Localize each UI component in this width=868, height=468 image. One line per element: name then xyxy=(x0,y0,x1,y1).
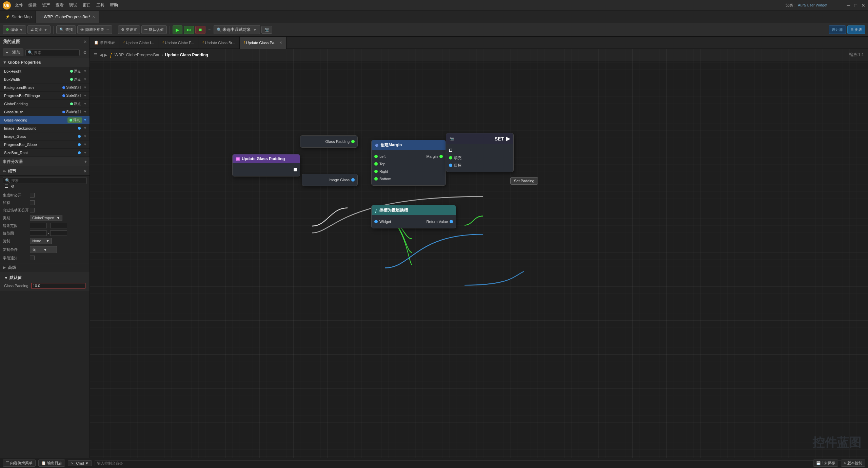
tab-update-glass-br[interactable]: f Update Glass Br... xyxy=(198,37,239,49)
tab-close-icon[interactable]: ✕ xyxy=(279,41,282,44)
pin-glass-padding-out: Glass Padding xyxy=(300,138,357,145)
prop-expand-icon[interactable]: ▼ xyxy=(83,94,87,97)
detail-title: 细节 xyxy=(8,168,16,174)
menu-asset[interactable]: 资产 xyxy=(42,2,50,8)
tab-event-graph[interactable]: 📋 事件图表 xyxy=(90,37,119,49)
value-max-input[interactable] xyxy=(50,230,67,236)
node-glass-padding-get: Glass Padding xyxy=(300,135,358,148)
maximize-btn[interactable]: □ xyxy=(854,3,857,8)
menu-window[interactable]: 窗口 xyxy=(83,2,91,8)
event-dispatch-header: 事件分发器 + xyxy=(0,157,90,167)
prop-expand-icon[interactable]: ▼ xyxy=(83,143,87,146)
prop-row-globepadding[interactable]: GlobePadding 浮点 ▼ xyxy=(0,100,90,108)
checkbox-private[interactable] xyxy=(30,200,35,205)
copy-cond-dropdown[interactable]: 无 ▼ xyxy=(30,246,57,253)
prop-row-glassbrush[interactable]: GlassBrush Slate笔刷 ▼ xyxy=(0,108,90,116)
category-dropdown[interactable]: GlobePropert ▼ xyxy=(30,215,62,221)
prop-row-image-glass[interactable]: Image_Glass ▼ xyxy=(0,132,90,141)
prop-expand-icon[interactable]: ▼ xyxy=(83,126,87,130)
tab-update-globe-p[interactable]: f Update Globe P... xyxy=(158,37,198,49)
bp-canvas[interactable]: ▣ Update Glass Padding Glass Pa xyxy=(90,49,868,458)
minimize-btn[interactable]: ─ xyxy=(847,3,850,8)
menu-file[interactable]: 文件 xyxy=(15,2,23,8)
menu-edit[interactable]: 编辑 xyxy=(28,2,37,8)
prop-expand-icon[interactable]: ▼ xyxy=(83,102,87,106)
search-input[interactable] xyxy=(34,51,77,55)
cmd-btn[interactable]: >_ Cmd ▼ xyxy=(68,460,92,466)
diff-button[interactable]: ⇄ 对比 ▼ xyxy=(27,25,51,34)
expand-icon: ▼ xyxy=(3,60,7,65)
graph-icon: ⊞ xyxy=(850,27,853,32)
graph-button[interactable]: ⊞ 图表 xyxy=(847,25,865,34)
prop-row-progressbar-globe[interactable]: ProgressBar_Globe ▼ xyxy=(0,141,90,149)
pin-target: 目标 xyxy=(446,162,513,169)
camera-small-icon: 📷 xyxy=(450,137,454,141)
output-log-btn[interactable]: 📋 输出日志 xyxy=(38,460,65,467)
close-btn[interactable]: ✕ xyxy=(861,3,865,8)
detail-settings-icon[interactable]: ⚙ xyxy=(11,184,15,189)
event-dispatch-add-icon[interactable]: + xyxy=(84,160,87,164)
menu-help[interactable]: 帮助 xyxy=(110,2,118,8)
float-dot xyxy=(70,102,73,105)
prop-expand-icon[interactable]: ▼ xyxy=(83,77,87,81)
prop-row-sizebox-root[interactable]: SizeBox_Root ▼ xyxy=(0,149,90,157)
menu-tools[interactable]: 工具 xyxy=(96,2,104,8)
class-settings-button[interactable]: ⚙ 类设置 xyxy=(118,25,140,34)
prop-row-boxwidth[interactable]: BoxWidth 浮点 ▼ xyxy=(0,75,90,83)
prop-row-image-background[interactable]: Image_Background ▼ xyxy=(0,124,90,132)
value-min-input[interactable] xyxy=(30,230,47,236)
slider-max-input[interactable] xyxy=(50,223,67,228)
tab-startermap[interactable]: ⚡ StarterMap xyxy=(1,11,36,23)
hide-button[interactable]: 👁 隐藏不相关 ⋯ xyxy=(77,25,112,34)
tab-update-globe-i[interactable]: f Update Globe I... xyxy=(119,37,158,49)
menu-view[interactable]: 查看 xyxy=(56,2,64,8)
designer-button[interactable]: 设计器 xyxy=(829,25,846,34)
default-val-header: ▼ 默认值 xyxy=(3,274,87,282)
bottom-bar: ☰ 内容侧滑菜单 📋 输出日志 >_ Cmd ▼ 💾 1未保存 ⑂ 版本控制 xyxy=(0,458,868,468)
play-button[interactable]: ▶ xyxy=(173,25,182,34)
debug-target-dropdown[interactable]: 🔍 未选中调试对象 ▼ xyxy=(214,25,260,34)
save-status-btn[interactable]: 💾 1未保存 xyxy=(813,460,838,467)
detail-row-private: 私有 xyxy=(0,199,90,206)
menu-debug[interactable]: 调试 xyxy=(69,2,77,8)
detail-row-value-range: 值范围 - xyxy=(0,229,90,237)
add-button[interactable]: + + 添加 xyxy=(3,49,23,56)
tab-close-icon[interactable]: ✕ xyxy=(92,15,95,19)
detail-search-input[interactable] xyxy=(11,179,84,183)
compile-button[interactable]: ⚙ 编译 ▼ xyxy=(3,25,26,34)
slider-min-input[interactable] xyxy=(30,223,47,228)
prop-expand-icon[interactable]: ▼ xyxy=(83,151,87,154)
checkbox-cutscene[interactable] xyxy=(30,208,35,212)
checkbox-public[interactable] xyxy=(30,193,35,198)
detail-list-icon[interactable]: ☰ xyxy=(5,184,8,189)
prop-expand-icon[interactable]: ▼ xyxy=(83,110,87,114)
prop-expand-icon[interactable]: ▼ xyxy=(83,134,87,138)
search-box[interactable]: 🔍 xyxy=(25,49,80,56)
content-menu-btn[interactable]: ☰ 内容侧滑菜单 xyxy=(3,460,36,467)
version-control-btn[interactable]: ⑂ 版本控制 xyxy=(841,460,865,467)
map-icon: ⚡ xyxy=(5,15,10,19)
copy-dropdown[interactable]: None ▼ xyxy=(30,238,52,244)
prop-expand-icon[interactable]: ▼ xyxy=(83,69,87,73)
my-bp-close[interactable]: ✕ xyxy=(83,39,87,44)
stop-button[interactable]: ⏹ xyxy=(195,26,205,34)
glass-padding-default-input[interactable] xyxy=(31,283,85,288)
checkbox-field-notify[interactable] xyxy=(30,256,35,260)
prop-expand-icon[interactable]: ▼ xyxy=(83,86,87,89)
settings-gear-icon[interactable]: ⚙ xyxy=(83,50,87,55)
tab-update-glass-pa[interactable]: f Update Glass Pa... ✕ xyxy=(240,37,287,49)
tab-wbp[interactable]: □ WBP_GlobeProgressBar* ✕ xyxy=(36,11,99,23)
prop-row-glasspadding[interactable]: GlassPadding 浮点 ▼ xyxy=(0,116,90,124)
detail-panel-header: ✏ 细节 ✕ xyxy=(0,167,90,176)
prop-expand-icon[interactable]: ▼ xyxy=(83,118,87,122)
console-input[interactable] xyxy=(95,460,865,466)
find-button[interactable]: 🔍 查找 xyxy=(56,25,76,34)
default-button[interactable]: ✏ 默认认值 xyxy=(141,25,167,34)
prop-row-boxheight[interactable]: BoxHeight 浮点 ▼ xyxy=(0,67,90,75)
prop-row-progressbarfillimage[interactable]: ProgressBarFillImage Slate笔刷 ▼ xyxy=(0,92,90,100)
camera-button[interactable]: 📷 xyxy=(261,26,272,34)
play-next-button[interactable]: ⏭ xyxy=(184,26,194,34)
detail-close-btn[interactable]: ✕ xyxy=(83,169,87,174)
prop-row-backgroundbrush[interactable]: BackgroundBrush Slate笔刷 ▼ xyxy=(0,83,90,92)
detail-search-box[interactable]: 🔍 xyxy=(3,177,87,184)
